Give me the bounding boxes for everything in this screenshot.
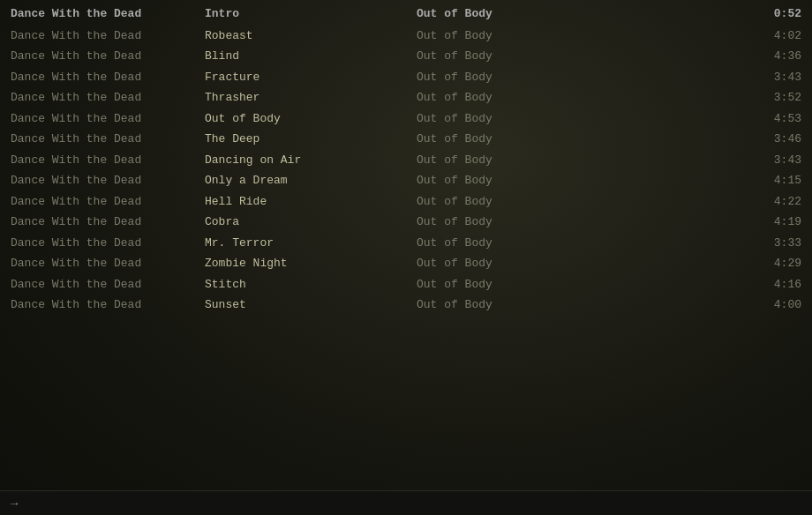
track-artist: Dance With the Dead (11, 131, 205, 148)
table-row[interactable]: Dance With the DeadOnly a DreamOut of Bo… (0, 170, 812, 191)
track-title: Thrasher (205, 89, 417, 107)
track-artist: Dance With the Dead (11, 276, 205, 294)
track-album: Out of Body (417, 172, 593, 190)
track-time: 4:19 (593, 213, 801, 231)
track-title: Dancing on Air (205, 152, 417, 169)
track-artist: Dance With the Dead (11, 296, 205, 314)
track-title: Hell Ride (205, 193, 417, 211)
header-artist: Dance With the Dead (11, 5, 205, 23)
header-title: Intro (205, 5, 417, 23)
track-time: 4:29 (593, 255, 801, 272)
track-artist: Dance With the Dead (11, 193, 205, 211)
table-row[interactable]: Dance With the DeadZombie NightOut of Bo… (0, 253, 812, 274)
table-row[interactable]: Dance With the DeadHell RideOut of Body4… (0, 191, 812, 213)
track-album: Out of Body (417, 235, 593, 252)
track-artist: Dance With the Dead (11, 255, 205, 272)
table-row[interactable]: Dance With the DeadThrasherOut of Body3:… (0, 87, 812, 108)
table-row[interactable]: Dance With the DeadMr. TerrorOut of Body… (0, 233, 812, 254)
track-header: Dance With the Dead Intro Out of Body 0:… (0, 4, 812, 26)
track-time: 3:43 (593, 69, 801, 86)
track-album: Out of Body (417, 27, 593, 45)
track-album: Out of Body (417, 131, 593, 148)
track-album: Out of Body (417, 69, 593, 86)
track-title: Robeast (205, 27, 417, 45)
track-time: 4:53 (593, 110, 801, 128)
track-time: 4:36 (593, 48, 801, 65)
track-title: Out of Body (205, 110, 417, 128)
header-album: Out of Body (417, 5, 593, 23)
track-title: Fracture (205, 69, 417, 86)
track-time: 3:46 (593, 131, 801, 148)
track-album: Out of Body (417, 110, 593, 128)
track-artist: Dance With the Dead (11, 213, 205, 231)
track-time: 3:52 (593, 89, 801, 107)
track-artist: Dance With the Dead (11, 69, 205, 86)
track-time: 3:43 (593, 152, 801, 169)
track-album: Out of Body (417, 48, 593, 65)
track-time: 4:15 (593, 172, 801, 190)
track-artist: Dance With the Dead (11, 172, 205, 190)
track-time: 4:00 (593, 296, 801, 314)
track-album: Out of Body (417, 276, 593, 294)
track-artist: Dance With the Dead (11, 110, 205, 128)
track-title: The Deep (205, 131, 417, 148)
track-album: Out of Body (417, 89, 593, 107)
table-row[interactable]: Dance With the DeadSunsetOut of Body4:00 (0, 295, 812, 316)
track-title: Sunset (205, 296, 417, 314)
track-title: Stitch (205, 276, 417, 294)
track-artist: Dance With the Dead (11, 235, 205, 252)
track-time: 4:16 (593, 276, 801, 294)
track-list: Dance With the Dead Intro Out of Body 0:… (0, 0, 812, 319)
track-time: 4:22 (593, 193, 801, 211)
table-row[interactable]: Dance With the DeadStitchOut of Body4:16 (0, 274, 812, 295)
table-row[interactable]: Dance With the DeadFractureOut of Body3:… (0, 67, 812, 88)
track-title: Mr. Terror (205, 235, 417, 252)
arrow-icon: → (11, 496, 18, 511)
track-artist: Dance With the Dead (11, 89, 205, 107)
track-artist: Dance With the Dead (11, 27, 205, 45)
track-artist: Dance With the Dead (11, 48, 205, 65)
table-row[interactable]: Dance With the DeadThe DeepOut of Body3:… (0, 129, 812, 150)
track-album: Out of Body (417, 152, 593, 169)
track-time: 4:02 (593, 27, 801, 45)
track-album: Out of Body (417, 193, 593, 211)
track-album: Out of Body (417, 255, 593, 272)
track-title: Blind (205, 48, 417, 65)
track-album: Out of Body (417, 296, 593, 314)
table-row[interactable]: Dance With the DeadBlindOut of Body4:36 (0, 46, 812, 67)
header-time: 0:52 (593, 5, 801, 23)
table-row[interactable]: Dance With the DeadOut of BodyOut of Bod… (0, 108, 812, 130)
bottom-bar: → (0, 490, 812, 515)
track-title: Zombie Night (205, 255, 417, 272)
table-row[interactable]: Dance With the DeadRobeastOut of Body4:0… (0, 26, 812, 47)
track-title: Cobra (205, 213, 417, 231)
track-time: 3:33 (593, 235, 801, 252)
track-title: Only a Dream (205, 172, 417, 190)
table-row[interactable]: Dance With the DeadDancing on AirOut of … (0, 150, 812, 171)
table-row[interactable]: Dance With the DeadCobraOut of Body4:19 (0, 212, 812, 233)
track-album: Out of Body (417, 213, 593, 231)
track-artist: Dance With the Dead (11, 152, 205, 169)
